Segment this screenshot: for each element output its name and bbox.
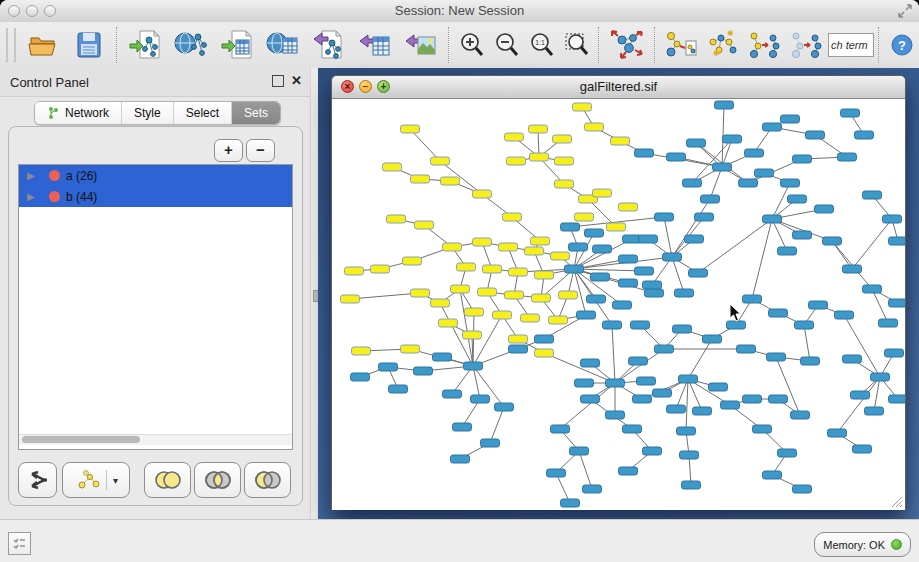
network-graph[interactable] bbox=[332, 99, 905, 510]
scrollbar-thumb[interactable] bbox=[22, 436, 140, 443]
network-node-blue bbox=[683, 179, 702, 187]
network-node-blue bbox=[581, 395, 600, 403]
network-node-blue bbox=[606, 379, 625, 387]
set-list-item[interactable]: ▶ a (26) bbox=[19, 165, 292, 186]
network-node-blue bbox=[585, 229, 604, 237]
set-color-dot-icon bbox=[49, 170, 60, 181]
export-network-icon[interactable] bbox=[306, 25, 352, 65]
dropdown-arrow-icon[interactable]: ▾ bbox=[113, 475, 118, 486]
window-resize-grip[interactable] bbox=[889, 494, 903, 508]
network-view-window[interactable]: × − + galFiltered.sif bbox=[331, 75, 906, 510]
network-node-yellow bbox=[387, 215, 406, 223]
network-node-blue bbox=[815, 205, 834, 213]
close-panel-icon[interactable]: ✕ bbox=[291, 73, 302, 88]
main-titlebar[interactable]: Session: New Session bbox=[0, 0, 919, 23]
new-network-from-selection-icon[interactable] bbox=[660, 25, 702, 65]
create-set-dropdown-button[interactable]: ▾ bbox=[62, 462, 130, 498]
network-node-yellow bbox=[535, 349, 554, 357]
tab-network[interactable]: Network bbox=[35, 102, 122, 124]
network-node-blue bbox=[695, 213, 714, 221]
task-monitor-button[interactable] bbox=[8, 532, 31, 555]
fullscreen-icon[interactable] bbox=[897, 3, 913, 19]
remove-set-button[interactable]: − bbox=[246, 139, 275, 162]
sets-horizontal-scrollbar[interactable] bbox=[19, 434, 292, 445]
memory-status-button[interactable]: Memory: OK bbox=[814, 532, 911, 557]
import-table-web-icon[interactable] bbox=[260, 25, 306, 65]
network-node-yellow bbox=[411, 175, 430, 183]
set-intersection-button[interactable] bbox=[194, 462, 241, 498]
network-node-blue bbox=[565, 265, 584, 273]
network-node-blue bbox=[633, 395, 652, 403]
network-canvas[interactable] bbox=[332, 99, 905, 510]
zoom-actual-icon[interactable]: 1:1 bbox=[524, 25, 559, 65]
set-difference-button[interactable] bbox=[244, 462, 291, 498]
float-panel-icon[interactable] bbox=[272, 75, 284, 87]
import-network-file-icon[interactable] bbox=[122, 25, 168, 65]
network-node-blue bbox=[639, 235, 658, 243]
toolbar-separator bbox=[654, 27, 656, 63]
save-session-icon[interactable] bbox=[66, 25, 112, 65]
set-list-item[interactable]: ▶ b (44) bbox=[19, 186, 292, 207]
add-set-button[interactable]: + bbox=[214, 139, 243, 162]
zoom-in-icon[interactable] bbox=[454, 25, 489, 65]
network-node-blue bbox=[637, 377, 656, 385]
network-node-blue bbox=[793, 485, 812, 493]
network-node-yellow bbox=[401, 125, 420, 133]
expander-icon[interactable]: ▶ bbox=[27, 170, 41, 181]
network-node-blue bbox=[561, 223, 580, 231]
network-node-blue bbox=[781, 115, 800, 123]
tab-select[interactable]: Select bbox=[174, 102, 232, 124]
network-window-titlebar[interactable]: × − + galFiltered.sif bbox=[332, 76, 905, 99]
network-node-blue bbox=[885, 349, 904, 357]
network-node-yellow bbox=[443, 243, 462, 251]
network-node-blue bbox=[509, 345, 528, 353]
network-node-blue bbox=[871, 373, 890, 381]
split-set-button[interactable] bbox=[18, 462, 57, 498]
expander-icon[interactable]: ▶ bbox=[27, 191, 41, 202]
network-node-blue bbox=[591, 273, 610, 281]
panel-splitter[interactable] bbox=[310, 68, 318, 519]
zoom-fit-selected-icon[interactable] bbox=[559, 25, 594, 65]
network-node-blue bbox=[743, 395, 762, 403]
tab-select-label: Select bbox=[186, 106, 219, 120]
network-node-blue bbox=[889, 237, 906, 245]
network-node-blue bbox=[680, 451, 699, 459]
select-first-neighbors-icon[interactable]: ✱✱ bbox=[702, 25, 744, 65]
zoom-out-icon[interactable] bbox=[489, 25, 524, 65]
network-node-yellow bbox=[463, 331, 482, 339]
network-tab-icon bbox=[47, 106, 59, 120]
network-node-blue bbox=[655, 213, 674, 221]
control-panel-header: Control Panel ✕ bbox=[0, 68, 310, 97]
apply-layout-icon[interactable] bbox=[604, 25, 650, 65]
sets-list[interactable]: ▶ a (26) ▶ b (44) bbox=[18, 164, 293, 450]
network-node-yellow bbox=[431, 299, 450, 307]
new-network-selected-nodes-all-edges-icon[interactable] bbox=[744, 25, 786, 65]
network-node-blue bbox=[763, 123, 782, 131]
toolbar-drag-handle[interactable] bbox=[6, 28, 16, 62]
network-node-blue bbox=[453, 423, 472, 431]
network-node-blue bbox=[763, 215, 782, 223]
toolbar-separator bbox=[116, 27, 118, 63]
network-node-blue bbox=[464, 362, 483, 370]
tab-style[interactable]: Style bbox=[122, 102, 174, 124]
network-node-blue bbox=[655, 345, 674, 353]
import-network-web-icon[interactable] bbox=[168, 25, 214, 65]
search-input[interactable] bbox=[828, 33, 874, 57]
set-union-button[interactable] bbox=[144, 462, 191, 498]
yellow-network-icon bbox=[74, 469, 100, 491]
tab-sets[interactable]: Sets bbox=[232, 102, 280, 124]
network-node-yellow bbox=[530, 153, 549, 161]
network-node-blue bbox=[713, 163, 732, 171]
import-table-file-icon[interactable] bbox=[214, 25, 260, 65]
network-node-blue bbox=[351, 373, 370, 381]
network-node-blue bbox=[682, 481, 701, 489]
network-node-blue bbox=[685, 235, 704, 243]
new-network-selected-nodes-selected-edges-icon[interactable] bbox=[786, 25, 828, 65]
help-icon[interactable]: ? bbox=[884, 25, 919, 65]
export-image-icon[interactable] bbox=[398, 25, 444, 65]
network-node-yellow bbox=[505, 291, 524, 299]
export-table-icon[interactable] bbox=[352, 25, 398, 65]
open-file-icon[interactable] bbox=[20, 25, 66, 65]
network-node-blue bbox=[414, 367, 433, 375]
network-node-yellow bbox=[551, 252, 570, 260]
